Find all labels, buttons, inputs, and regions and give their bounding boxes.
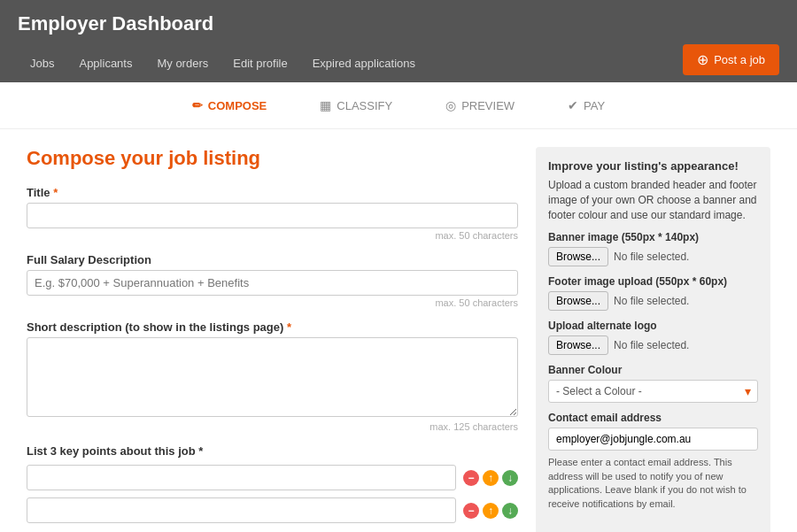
short-desc-label: Short description (to show in the listin… <box>27 320 518 334</box>
preview-icon: ◎ <box>445 98 456 112</box>
salary-input[interactable] <box>27 270 518 296</box>
short-desc-group: Short description (to show in the listin… <box>27 320 518 432</box>
step-compose[interactable]: ✏ COMPOSE <box>192 98 267 112</box>
alt-logo-section: Upload alternate logo Browse... No file … <box>548 320 758 355</box>
step-pay[interactable]: ✔ PAY <box>568 98 605 112</box>
key-point-1-up-button[interactable]: ↑ <box>483 470 499 486</box>
right-sidebar: Improve your listing's appearance! Uploa… <box>536 147 770 532</box>
banner-image-filename: No file selected. <box>614 251 689 263</box>
footer-image-section: Footer image upload (550px * 60px) Brows… <box>548 275 758 311</box>
banner-image-section: Banner image (550px * 140px) Browse... N… <box>548 231 758 266</box>
banner-image-browse-button[interactable]: Browse... <box>548 247 608 266</box>
key-point-2-remove-button[interactable]: − <box>463 503 479 519</box>
header: Employer Dashboard Jobs Applicants My or… <box>0 0 797 82</box>
nav-my-orders[interactable]: My orders <box>144 48 221 79</box>
banner-image-row: Browse... No file selected. <box>548 247 758 266</box>
step-preview-label: PREVIEW <box>461 99 515 112</box>
contact-note: Please enter a contact email address. Th… <box>548 456 758 511</box>
alt-logo-browse-button[interactable]: Browse... <box>548 335 608 355</box>
footer-image-filename: No file selected. <box>614 295 689 307</box>
nav-expired-applications[interactable]: Expired applications <box>300 48 428 79</box>
key-points-label: List 3 key points about this job * <box>27 444 518 458</box>
banner-colour-select[interactable]: - Select a Colour - Red Blue Green Orang… <box>548 380 758 403</box>
step-classify-label: CLASSIFY <box>337 99 392 112</box>
step-pay-label: PAY <box>584 99 605 112</box>
left-column: Compose your job listing Title * max. 50… <box>27 147 518 532</box>
compose-icon: ✏ <box>192 98 203 112</box>
contact-email-section: Contact email address Please enter a con… <box>548 412 758 511</box>
pay-icon: ✔ <box>568 98 578 112</box>
page-title: Compose your job listing <box>27 147 518 170</box>
alt-logo-row: Browse... No file selected. <box>548 335 758 355</box>
nav-edit-profile[interactable]: Edit profile <box>221 48 299 79</box>
nav-links: Jobs Applicants My orders Edit profile E… <box>18 48 428 79</box>
key-point-2-icons: − ↑ ↓ <box>463 503 518 519</box>
key-point-1-input[interactable] <box>27 465 456 490</box>
footer-image-row: Browse... No file selected. <box>548 291 758 311</box>
step-compose-label: COMPOSE <box>208 99 267 112</box>
sidebar-description: Upload a custom branded header and foote… <box>548 178 758 222</box>
title-input[interactable] <box>27 203 518 228</box>
salary-char-limit: max. 50 characters <box>27 297 518 308</box>
key-points-group: List 3 key points about this job * − ↑ ↓… <box>27 444 518 523</box>
step-classify[interactable]: ▦ CLASSIFY <box>320 98 392 112</box>
title-group: Title * max. 50 characters <box>27 186 518 241</box>
plus-circle-icon: ⊕ <box>697 51 708 68</box>
title-label: Title * <box>27 186 518 199</box>
banner-colour-section: Banner Colour - Select a Colour - Red Bl… <box>548 364 758 403</box>
alt-logo-label: Upload alternate logo <box>548 320 758 332</box>
short-desc-textarea[interactable] <box>27 337 518 417</box>
navbar: Jobs Applicants My orders Edit profile E… <box>18 44 779 82</box>
sidebar-title: Improve your listing's appearance! <box>548 159 758 173</box>
banner-image-label: Banner image (550px * 140px) <box>548 231 758 243</box>
salary-group: Full Salary Description max. 50 characte… <box>27 253 518 308</box>
short-desc-char-limit: max. 125 characters <box>27 421 518 432</box>
key-point-1-remove-button[interactable]: − <box>463 470 479 486</box>
key-point-1-icons: − ↑ ↓ <box>463 470 518 486</box>
contact-email-label: Contact email address <box>548 412 758 424</box>
main-content: Compose your job listing Title * max. 50… <box>0 129 797 532</box>
salary-label: Full Salary Description <box>27 253 518 266</box>
footer-image-label: Footer image upload (550px * 60px) <box>548 275 758 288</box>
key-point-1-down-button[interactable]: ↓ <box>502 470 518 486</box>
steps-bar: ✏ COMPOSE ▦ CLASSIFY ◎ PREVIEW ✔ PAY <box>0 82 797 129</box>
classify-icon: ▦ <box>320 98 331 112</box>
step-preview[interactable]: ◎ PREVIEW <box>445 98 515 112</box>
key-point-2-up-button[interactable]: ↑ <box>483 503 499 519</box>
nav-jobs[interactable]: Jobs <box>18 48 66 79</box>
alt-logo-filename: No file selected. <box>614 339 689 351</box>
key-point-row-2: − ↑ ↓ <box>27 497 518 523</box>
nav-applicants[interactable]: Applicants <box>66 48 144 79</box>
contact-email-input[interactable] <box>548 428 758 451</box>
key-point-2-input[interactable] <box>27 497 456 523</box>
post-job-label: Post a job <box>714 53 765 66</box>
key-point-2-down-button[interactable]: ↓ <box>502 503 518 519</box>
app-title: Employer Dashboard <box>18 12 779 44</box>
footer-image-browse-button[interactable]: Browse... <box>548 291 608 311</box>
banner-colour-label: Banner Colour <box>548 364 758 376</box>
title-char-limit: max. 50 characters <box>27 230 518 241</box>
key-point-row-1: − ↑ ↓ <box>27 465 518 490</box>
post-job-button[interactable]: ⊕ Post a job <box>683 44 779 75</box>
banner-colour-wrapper: - Select a Colour - Red Blue Green Orang… <box>548 380 758 403</box>
